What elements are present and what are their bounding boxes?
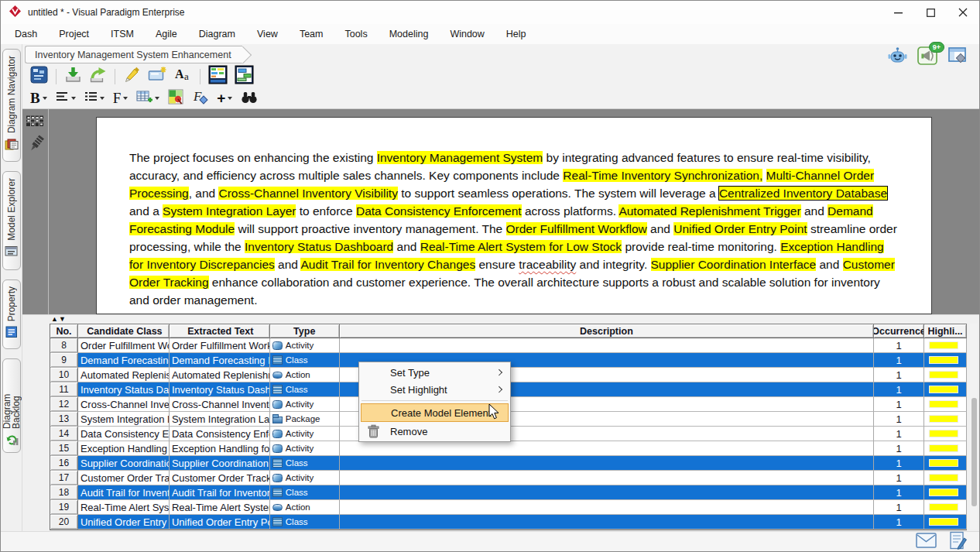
font-aa-button[interactable]: Aa — [173, 65, 194, 87]
description-cell[interactable] — [340, 456, 874, 471]
open-diagram-button[interactable] — [29, 65, 50, 87]
table-row[interactable]: 18Audit Trail for Inventory ChangesAudit… — [50, 485, 967, 500]
type-cell[interactable]: Activity — [270, 471, 340, 485]
table-row[interactable]: 17Customer Order TrackingCustomer Order … — [50, 471, 967, 485]
diagram-thumbnail-button[interactable] — [207, 64, 229, 88]
menu-diagram[interactable]: Diagram — [199, 29, 235, 39]
row-number[interactable]: 16 — [50, 456, 78, 471]
highlight-cell[interactable] — [924, 397, 967, 412]
highlight-cell[interactable] — [924, 427, 967, 441]
create-textbox-button[interactable] — [146, 65, 169, 87]
type-cell[interactable]: Class — [270, 382, 340, 397]
column-header-highli-[interactable]: Highli... — [924, 324, 967, 338]
sidebar-tab-diagram-backlog[interactable]: Diagram Backlog — [2, 358, 21, 453]
highlighted-term[interactable]: Audit Trail for Inventory Changes — [300, 258, 475, 271]
type-cell[interactable]: Class — [270, 456, 340, 471]
type-cell[interactable]: Class — [270, 485, 340, 500]
menu-dash[interactable]: Dash — [15, 29, 37, 39]
grid-icon[interactable] — [26, 114, 44, 132]
menu-itsm[interactable]: ITSM — [111, 29, 134, 39]
highlighted-term[interactable]: Real-Time Alert System for Low Stock — [420, 240, 622, 253]
highlight-cell[interactable] — [924, 382, 967, 397]
find-button[interactable] — [239, 89, 259, 108]
align-button[interactable] — [54, 90, 77, 106]
highlight-cell[interactable] — [924, 515, 967, 530]
highlighted-term[interactable]: Real-Time Inventory Synchronization, — [563, 169, 762, 182]
highlighted-term[interactable]: Unified Order Entry Point — [673, 222, 807, 235]
stamp-icon[interactable] — [27, 134, 44, 158]
extracted-text-cell[interactable]: Order Fulfillment Workflow — [170, 338, 270, 353]
description-cell[interactable] — [340, 471, 874, 485]
table-row[interactable]: 20Unified Order Entry PointUnified Order… — [50, 515, 967, 530]
extracted-text-cell[interactable]: Exception Handling for Inventory Discrep… — [170, 441, 270, 456]
import-button[interactable] — [63, 65, 84, 87]
type-cell[interactable]: Activity — [270, 338, 340, 353]
row-number[interactable]: 14 — [50, 427, 78, 441]
diagram-tab[interactable]: Inventory Management System Enhancement — [25, 46, 242, 63]
candidate-class-cell[interactable]: Inventory Status Dashboard — [78, 382, 170, 397]
add-button[interactable]: + — [215, 89, 234, 108]
type-cell[interactable]: Action — [270, 500, 340, 515]
highlighted-term[interactable]: Order Fulfillment Workflow — [506, 222, 647, 235]
row-number[interactable]: 18 — [50, 485, 78, 500]
row-number[interactable]: 20 — [50, 515, 78, 530]
context-menu-item-set-type[interactable]: Set Type — [359, 364, 510, 381]
table-scrollbar[interactable] — [970, 324, 978, 530]
highlighted-term[interactable]: System Integration Layer — [163, 204, 296, 218]
candidate-class-cell[interactable]: Customer Order Tracking — [78, 471, 170, 485]
type-cell[interactable]: Class — [270, 515, 340, 530]
table-row[interactable]: 19Real-Time Alert System for Low StockRe… — [50, 500, 967, 515]
type-cell[interactable]: Activity — [270, 397, 340, 412]
extracted-text-cell[interactable]: Unified Order Entry Point — [170, 515, 270, 530]
extracted-text-cell[interactable]: Supplier Coordination Interface — [170, 456, 270, 471]
column-header-no-[interactable]: No. — [50, 324, 78, 338]
candidate-class-cell[interactable]: Unified Order Entry Point — [78, 515, 170, 530]
highlight-cell[interactable] — [924, 338, 967, 353]
font-button[interactable]: F — [111, 89, 130, 108]
type-cell[interactable]: Activity — [270, 427, 340, 441]
context-menu-item-create-model-element[interactable]: Create Model Element — [361, 403, 509, 422]
highlighted-term[interactable]: Data Consistency Enforcement — [356, 204, 522, 218]
mail-button[interactable] — [916, 533, 937, 551]
menu-help[interactable]: Help — [506, 29, 526, 39]
extracted-text-cell[interactable]: Real-Time Alert System for Low Stock — [170, 500, 270, 515]
table-row[interactable]: 16Supplier Coordination InterfaceSupplie… — [50, 456, 967, 471]
splitter-collapse-buttons[interactable]: ▲▼ — [51, 316, 67, 323]
candidate-class-cell[interactable]: Cross-Channel Inventory Visibility — [78, 397, 170, 412]
candidate-class-cell[interactable]: System Integration Layer — [78, 412, 170, 427]
highlighted-term[interactable]: Inventory Management System — [377, 151, 543, 164]
pane-splitter[interactable]: ▲▼ — [22, 314, 979, 324]
highlighted-term[interactable]: Supplier Coordination Interface — [651, 258, 817, 271]
column-header-occurrence[interactable]: Occurrence — [874, 324, 924, 338]
column-header-extracted-text[interactable]: Extracted Text — [170, 324, 270, 338]
candidate-class-cell[interactable]: Demand Forecasting Module — [78, 353, 170, 368]
row-number[interactable]: 8 — [50, 338, 78, 353]
extracted-text-cell[interactable]: Inventory Status Dashboard — [170, 382, 270, 397]
menu-tools[interactable]: Tools — [344, 29, 367, 39]
description-cell[interactable] — [340, 500, 874, 515]
insert-table-button[interactable] — [135, 89, 161, 108]
highlight-cell[interactable] — [924, 353, 967, 368]
context-menu-item-remove[interactable]: Remove — [359, 423, 510, 440]
candidate-class-cell[interactable]: Real-Time Alert System for Low Stock — [78, 500, 170, 515]
column-header-type[interactable]: Type — [270, 324, 340, 338]
sidebar-tab-model-explorer[interactable]: Model Explorer — [2, 171, 21, 270]
highlighted-term[interactable]: Cross-Channel Inventory Visibility — [218, 187, 397, 200]
highlight-cell[interactable] — [924, 441, 967, 456]
highlight-cell[interactable] — [924, 412, 967, 427]
menu-agile[interactable]: Agile — [156, 29, 177, 39]
export-button[interactable] — [87, 65, 108, 87]
extracted-text-cell[interactable]: Customer Order Tracking — [170, 471, 270, 485]
row-number[interactable]: 17 — [50, 471, 78, 485]
menu-modeling[interactable]: Modeling — [389, 29, 429, 39]
extracted-text-cell[interactable]: Automated Replenishment Trigger — [170, 368, 270, 382]
layout-thumbnail-button[interactable] — [233, 64, 255, 88]
highlight-cell[interactable] — [924, 456, 967, 471]
scrollbar-thumb[interactable] — [971, 398, 977, 506]
formula-button[interactable]: F — [190, 88, 210, 108]
candidate-class-cell[interactable]: Automated Replenishment Trigger — [78, 368, 170, 382]
candidate-class-cell[interactable]: Supplier Coordination Interface — [78, 456, 170, 471]
bold-button[interactable]: B — [29, 89, 49, 108]
highlighted-term[interactable]: Centralized Inventory Database — [719, 187, 887, 200]
column-header-candidate-class[interactable]: Candidate Class — [78, 324, 170, 338]
